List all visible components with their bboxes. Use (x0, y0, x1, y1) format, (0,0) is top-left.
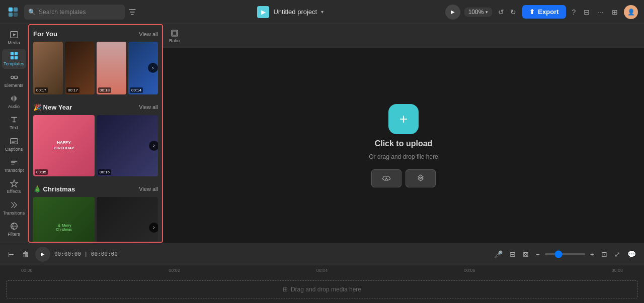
svg-rect-8 (10, 56, 13, 59)
dropbox-button[interactable] (406, 169, 436, 187)
undo-button[interactable]: ↺ (496, 6, 506, 18)
template-item[interactable]: 🎄 MerryChristmas 00:07 (33, 197, 95, 243)
nav-sidebar: Media Templates Elements Audio Text Capt… (0, 24, 28, 243)
search-icon: 🔍 (28, 9, 36, 16)
svg-rect-2 (9, 12, 13, 16)
template-item[interactable]: HAPPYBIRTHDAY 00:35 (33, 115, 95, 176)
sidebar-item-filters[interactable]: Filters (2, 220, 26, 239)
sidebar-effects-label: Effects (7, 189, 21, 194)
sidebar-item-templates[interactable]: Templates (2, 49, 26, 68)
next-arrow-button[interactable]: › (148, 63, 158, 73)
search-input[interactable] (39, 9, 114, 16)
zoom-out-button[interactable]: − (534, 248, 542, 260)
section-new-year-title: 🎉 New Year (33, 104, 72, 111)
sidebar-item-captions[interactable]: Captions (2, 134, 26, 153)
undo-redo-group: ↺ ↻ (496, 6, 518, 18)
ruler-mark: 00:08 (611, 268, 623, 273)
upload-button[interactable]: + (388, 104, 419, 134)
template-item[interactable]: 00:14 › (128, 42, 158, 94)
template-item[interactable]: 00:18 (97, 42, 126, 94)
sidebar-item-transitions[interactable]: Transitions (2, 198, 26, 217)
fit-button[interactable]: ⊡ (599, 248, 609, 260)
view-all-new-year-button[interactable]: View all (139, 104, 158, 110)
ruler-mark: 00:02 (169, 268, 180, 273)
project-icon: ▶ (257, 6, 269, 18)
svg-rect-0 (9, 7, 13, 11)
svg-rect-1 (14, 7, 18, 11)
upload-title: Click to upload (375, 139, 433, 148)
drop-zone-icon: ⊞ (283, 286, 288, 293)
canvas-toolbar: Ratio (163, 24, 644, 48)
more-options-button[interactable]: ··· (596, 6, 606, 18)
split-view-button[interactable]: ⊠ (521, 248, 531, 260)
sidebar-item-media[interactable]: Media (2, 28, 26, 47)
template-duration: 00:14 (130, 87, 143, 93)
section-for-you-title: For You (33, 30, 57, 38)
timeline-ruler: 00:00 00:02 00:04 00:06 00:08 (0, 265, 644, 275)
view-all-for-you-button[interactable]: View all (139, 31, 158, 37)
template-item[interactable]: 00:17 (65, 42, 95, 94)
view-all-christmas-button[interactable]: View all (139, 186, 158, 192)
captions-timeline-button[interactable]: ⊟ (508, 248, 518, 260)
sidebar-item-audio[interactable]: Audio (2, 92, 26, 111)
cloud-buttons (371, 169, 436, 187)
template-item[interactable]: 00:17 (33, 42, 63, 94)
captions-icon-button[interactable]: 💬 (625, 248, 638, 260)
section-for-you-header: For You View all (33, 30, 158, 38)
google-drive-button[interactable] (371, 169, 401, 187)
svg-rect-11 (14, 76, 17, 78)
ratio-button[interactable]: Ratio (169, 29, 180, 43)
section-christmas-title: 🎄 Christmas (33, 185, 75, 193)
next-arrow-button[interactable]: › (149, 141, 158, 151)
template-item[interactable]: 00:16 › (97, 115, 158, 176)
svg-marker-5 (13, 33, 16, 36)
drop-zone[interactable]: ⊞ Drag and drop media here (6, 280, 638, 298)
avatar[interactable]: 👤 (624, 5, 638, 19)
new-year-grid: HAPPYBIRTHDAY 00:35 00:16 › (33, 115, 158, 176)
redo-button[interactable]: ↻ (508, 6, 518, 18)
sidebar-text-label: Text (10, 125, 18, 130)
project-chevron-button[interactable]: ▾ (321, 9, 324, 15)
search-bar: 🔍 (24, 5, 125, 20)
present-button[interactable]: ⊟ (582, 6, 592, 18)
sidebar-transitions-label: Transitions (3, 211, 25, 216)
template-item[interactable]: 00:16 › (97, 197, 158, 243)
svg-rect-15 (173, 31, 177, 35)
timeline-split-button[interactable]: ⊢ (6, 248, 16, 260)
mic-button[interactable]: 🎤 (492, 248, 505, 260)
next-arrow-button[interactable]: › (149, 223, 158, 233)
filter-button[interactable] (129, 9, 136, 16)
help-button[interactable]: ? (570, 6, 578, 18)
template-duration: 00:16 (98, 169, 111, 175)
topbar: 🔍 ▶ Untitled project ▾ ▶ 100% ▾ ↺ ↻ ⬆ Ex… (0, 0, 644, 24)
sidebar-item-effects[interactable]: Effects (2, 177, 26, 196)
svg-rect-3 (14, 12, 18, 16)
svg-rect-6 (10, 52, 13, 55)
sidebar-elements-label: Elements (5, 83, 24, 88)
sidebar-item-transcript[interactable]: Transcript (2, 156, 26, 175)
export-button[interactable]: ⬆ Export (522, 5, 566, 19)
svg-point-10 (11, 76, 13, 78)
sidebar-transcript-label: Transcript (4, 168, 24, 173)
sidebar-item-text[interactable]: Text (2, 113, 26, 132)
section-christmas: 🎄 Christmas View all 🎄 MerryChristmas 00… (29, 180, 162, 243)
timeline-delete-button[interactable]: 🗑 (20, 248, 31, 260)
preview-play-button[interactable]: ▶ (445, 5, 460, 20)
project-name: Untitled project (273, 8, 317, 16)
template-duration: 00:17 (35, 87, 48, 93)
layout-button[interactable]: ⊞ (610, 6, 620, 18)
timeline-play-button[interactable]: ▶ (35, 247, 50, 262)
svg-rect-9 (14, 56, 17, 59)
template-duration: 00:35 (35, 169, 48, 175)
sidebar-audio-label: Audio (8, 104, 20, 109)
export-label: Export (538, 8, 558, 16)
section-christmas-header: 🎄 Christmas View all (33, 185, 158, 193)
timeline-right-controls: 🎤 ⊟ ⊠ − + ⊡ ⤢ 💬 (492, 248, 638, 260)
topbar-left: 🔍 (6, 5, 136, 20)
zoom-in-button[interactable]: + (588, 248, 596, 260)
fullscreen-button[interactable]: ⤢ (612, 248, 622, 260)
template-duration: 00:18 (98, 87, 111, 93)
timeline-area: ⊢ 🗑 ▶ 00:00:00 | 00:00:00 🎤 ⊟ ⊠ − + ⊡ ⤢ … (0, 243, 644, 303)
sidebar-item-elements[interactable]: Elements (2, 71, 26, 90)
zoom-slider[interactable] (545, 253, 585, 255)
